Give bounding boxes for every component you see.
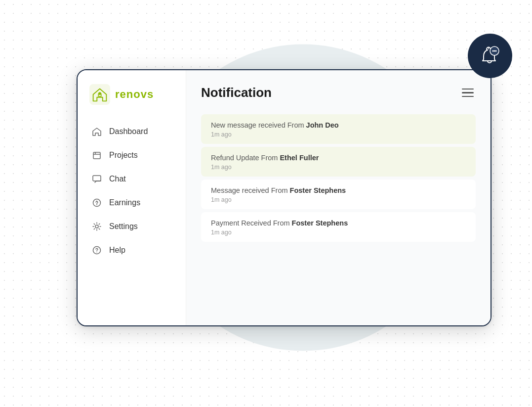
notification-sender-3: Foster Stephens — [290, 186, 346, 194]
sidebar-item-help-label: Help — [109, 246, 125, 255]
logo-text: renovs — [115, 88, 154, 101]
earnings-icon — [91, 197, 102, 208]
home-icon — [91, 126, 102, 137]
notification-list: New message received From John Deo 1m ag… — [201, 114, 476, 244]
notification-prefix-3: Message received From — [211, 186, 290, 194]
projects-icon — [91, 150, 102, 161]
svg-point-12 — [95, 225, 98, 228]
notification-prefix-2: Refund Update From — [211, 154, 280, 162]
notification-item-4[interactable]: Payment Received From Foster Stephens 1m… — [201, 212, 476, 242]
help-icon — [91, 245, 102, 256]
notification-sender-4: Foster Stephens — [292, 219, 348, 227]
notification-time-4: 1m ago — [211, 229, 466, 236]
notification-item-1[interactable]: New message received From John Deo 1m ag… — [201, 114, 476, 144]
sidebar-item-earnings[interactable]: Earnings — [78, 191, 186, 215]
sidebar-item-earnings-label: Earnings — [109, 198, 140, 207]
svg-point-14 — [96, 252, 97, 253]
bell-icon — [477, 43, 503, 69]
svg-point-3 — [495, 50, 497, 52]
sidebar-item-settings[interactable]: Settings — [78, 215, 186, 238]
sidebar-item-settings-label: Settings — [109, 222, 138, 231]
notification-text-1: New message received From John Deo — [211, 121, 466, 129]
logo-area: renovs — [78, 84, 186, 120]
svg-point-11 — [93, 199, 101, 207]
sidebar-item-projects[interactable]: Projects — [78, 143, 186, 167]
notification-text-2: Refund Update From Ethel Fuller — [211, 154, 466, 162]
hamburger-button[interactable] — [460, 87, 476, 99]
sidebar: renovs Dashboard P — [78, 70, 186, 325]
main-header: Notification — [201, 85, 476, 100]
notification-item-3[interactable]: Message received From Foster Stephens 1m… — [201, 180, 476, 209]
notification-bell-badge[interactable] — [468, 34, 512, 78]
notification-item-2[interactable]: Refund Update From Ethel Fuller 1m ago — [201, 147, 476, 177]
nav-list: Dashboard Projects — [78, 120, 186, 262]
page-title: Notification — [201, 85, 272, 100]
svg-rect-10 — [93, 176, 101, 181]
hamburger-line-1 — [462, 89, 474, 90]
settings-icon — [91, 221, 102, 232]
notification-sender-2: Ethel Fuller — [280, 154, 319, 162]
notification-sender-1: John Deo — [306, 121, 339, 129]
sidebar-item-dashboard-label: Dashboard — [109, 127, 148, 136]
sidebar-item-help[interactable]: Help — [78, 238, 186, 262]
main-content: Notification New message received From J… — [186, 70, 491, 325]
svg-point-1 — [492, 50, 494, 52]
notification-time-2: 1m ago — [211, 164, 466, 171]
notification-text-4: Payment Received From Foster Stephens — [211, 219, 466, 227]
app-window: renovs Dashboard P — [77, 69, 491, 326]
logo-icon — [89, 84, 110, 105]
notification-time-1: 1m ago — [211, 131, 466, 138]
notification-prefix-4: Payment Received From — [211, 219, 292, 227]
notification-text-3: Message received From Foster Stephens — [211, 186, 466, 194]
sidebar-item-chat[interactable]: Chat — [78, 167, 186, 191]
sidebar-item-chat-label: Chat — [109, 175, 126, 183]
sidebar-item-projects-label: Projects — [109, 151, 138, 160]
svg-point-6 — [98, 92, 101, 95]
svg-rect-7 — [93, 152, 100, 159]
sidebar-item-dashboard[interactable]: Dashboard — [78, 120, 186, 143]
chat-icon — [91, 174, 102, 184]
notification-prefix-1: New message received From — [211, 121, 306, 129]
hamburger-line-3 — [462, 96, 474, 97]
notification-time-3: 1m ago — [211, 196, 466, 203]
hamburger-line-2 — [462, 92, 474, 93]
svg-point-2 — [494, 50, 495, 52]
